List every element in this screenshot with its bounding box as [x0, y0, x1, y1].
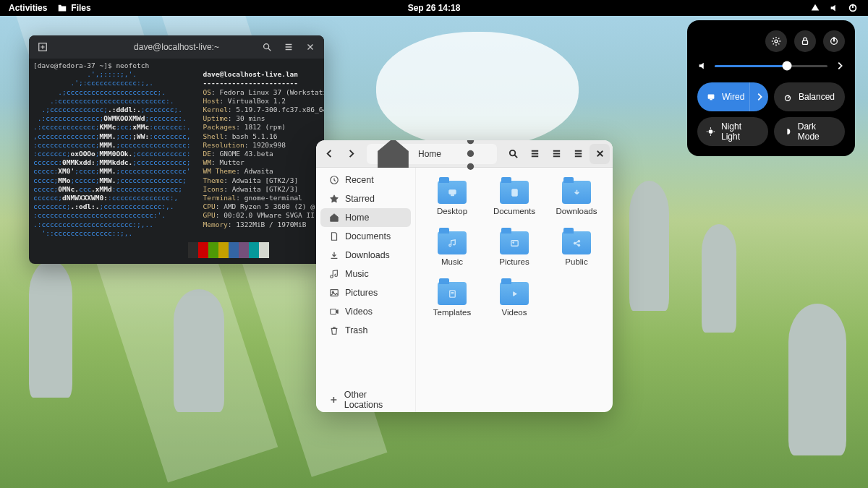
sidebar-item-music[interactable]: Music — [320, 265, 411, 283]
search-button[interactable] — [503, 144, 523, 164]
terminal-header: dave@localhost-live:~ — [29, 35, 324, 59]
trash-icon — [329, 325, 339, 335]
svg-point-5 — [467, 150, 474, 157]
terminal-menu-button[interactable] — [279, 39, 298, 55]
folder-icon — [438, 181, 467, 204]
svg-point-16 — [512, 241, 514, 243]
sidebar-item-label: Downloads — [345, 250, 390, 260]
terminal-title: dave@localhost-live:~ — [134, 42, 219, 52]
sidebar-item-label: Recent — [345, 175, 374, 185]
doc-icon — [329, 231, 339, 241]
files-close-button[interactable] — [590, 144, 610, 164]
power-icon[interactable] — [848, 3, 858, 13]
folder-icon — [500, 282, 529, 305]
activities-button[interactable]: Activities — [9, 3, 47, 13]
volume-mute-icon[interactable] — [697, 61, 707, 71]
svg-point-7 — [509, 150, 515, 156]
sidebar-item-videos[interactable]: Videos — [320, 302, 411, 321]
folder-label: Videos — [502, 308, 527, 317]
folder-videos[interactable]: Videos — [485, 282, 543, 333]
dark-mode-toggle[interactable]: Dark Mode — [774, 117, 845, 146]
sidebar-item-home[interactable]: Home — [320, 208, 411, 227]
svg-point-3 — [264, 44, 269, 49]
folder-music[interactable]: Music — [423, 231, 481, 282]
svg-rect-22 — [803, 40, 808, 44]
view-grid-button[interactable] — [524, 144, 545, 164]
down-icon — [329, 250, 339, 260]
svg-rect-15 — [511, 240, 517, 246]
folder-public[interactable]: Public — [548, 231, 605, 282]
folder-documents[interactable]: Documents — [485, 181, 543, 231]
wallpaper-rock — [702, 224, 736, 333]
wallpaper-rock — [788, 304, 846, 455]
folder-pictures[interactable]: Pictures — [485, 231, 543, 282]
volume-slider[interactable] — [715, 65, 827, 67]
active-app-indicator[interactable]: Files — [57, 3, 90, 13]
svg-point-21 — [775, 40, 778, 43]
terminal-palette — [188, 242, 320, 258]
sidebar-item-label: Trash — [345, 325, 368, 335]
network-icon[interactable] — [810, 3, 820, 13]
terminal-search-button[interactable] — [258, 39, 276, 55]
back-button[interactable] — [319, 144, 339, 164]
folder-templates[interactable]: Templates — [423, 282, 481, 333]
svg-rect-1 — [852, 4, 854, 8]
folder-label: Documents — [493, 207, 535, 215]
folder-icon — [500, 181, 529, 204]
vid-icon — [329, 307, 339, 317]
terminal-window: dave@localhost-live:~ [dave@fedora-37 ~]… — [29, 35, 324, 264]
night-light-toggle[interactable]: Night Light — [697, 117, 768, 146]
svg-point-4 — [467, 140, 474, 144]
sidebar-item-pictures[interactable]: Pictures — [320, 283, 411, 302]
folder-icon — [438, 231, 467, 254]
active-app-label: Files — [71, 3, 90, 13]
other-locations-label: Other Locations — [344, 390, 402, 410]
star-icon — [329, 194, 339, 204]
terminal-body[interactable]: [dave@fedora-37 ~]$ neofetch .',;::::;,'… — [29, 59, 324, 261]
folder-desktop[interactable]: Desktop — [423, 181, 481, 231]
wired-submenu[interactable] — [749, 82, 768, 111]
sidebar-item-documents[interactable]: Documents — [320, 227, 411, 246]
files-sidebar: RecentStarredHomeDocumentsDownloadsMusic… — [316, 168, 416, 412]
pic-icon — [329, 288, 339, 298]
power-button[interactable] — [823, 30, 845, 52]
wired-toggle[interactable]: Wired — [697, 82, 768, 111]
forward-button[interactable] — [341, 144, 361, 164]
sidebar-item-downloads[interactable]: Downloads — [320, 246, 411, 265]
pathbar[interactable]: Home — [367, 144, 497, 164]
files-window: Home RecentStarredHomeDocumentsDownloads… — [316, 140, 613, 412]
sidebar-item-starred[interactable]: Starred — [320, 189, 411, 208]
quick-settings-panel: Wired Balanced Night Light Dark Mode — [687, 20, 855, 156]
settings-button[interactable] — [765, 30, 787, 52]
lock-button[interactable] — [794, 30, 816, 52]
wired-label: Wired — [722, 92, 744, 102]
svg-rect-24 — [833, 38, 834, 41]
folder-icon — [562, 231, 591, 254]
folder-label: Public — [565, 257, 587, 266]
svg-rect-14 — [511, 189, 517, 195]
sidebar-item-trash[interactable]: Trash — [320, 321, 411, 340]
top-bar: Activities Files Sep 26 14:18 — [0, 0, 868, 16]
music-icon — [329, 269, 339, 279]
svg-rect-25 — [708, 95, 715, 99]
folder-downloads[interactable]: Downloads — [548, 181, 605, 231]
wallpaper-rock — [629, 181, 669, 311]
folder-label: Templates — [433, 308, 471, 317]
volume-slider-row — [697, 61, 845, 71]
svg-rect-12 — [448, 189, 455, 194]
clock[interactable]: Sep 26 14:18 — [408, 3, 461, 13]
chevron-right-icon[interactable] — [835, 61, 845, 71]
sidebar-item-label: Documents — [345, 231, 391, 241]
new-tab-button[interactable] — [33, 39, 52, 55]
svg-rect-13 — [451, 194, 454, 195]
balanced-label: Balanced — [799, 92, 835, 102]
balanced-icon — [783, 92, 793, 102]
clock-icon — [329, 175, 339, 185]
hamburger-button[interactable] — [568, 144, 588, 164]
other-locations[interactable]: Other Locations — [320, 390, 411, 409]
view-list-button[interactable] — [546, 144, 566, 164]
power-mode-toggle[interactable]: Balanced — [774, 82, 845, 111]
terminal-close-button[interactable] — [301, 39, 320, 55]
volume-icon[interactable] — [829, 3, 839, 13]
sidebar-item-recent[interactable]: Recent — [320, 171, 411, 189]
